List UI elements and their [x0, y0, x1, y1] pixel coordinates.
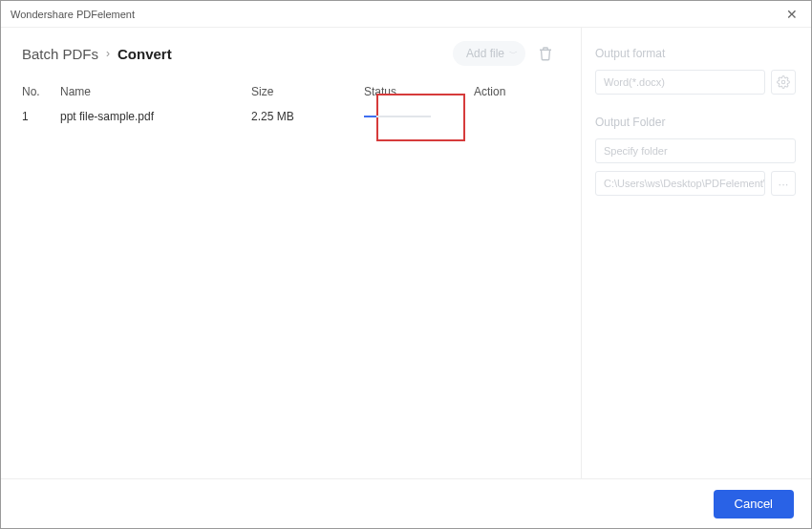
- cell-no: 1: [22, 110, 60, 123]
- cell-size: 2.25 MB: [251, 110, 364, 123]
- output-folder-select[interactable]: Specify folder: [595, 138, 796, 163]
- col-header-status: Status: [364, 85, 474, 98]
- output-folder-placeholder: Specify folder: [604, 145, 668, 157]
- cell-action: [474, 110, 531, 123]
- footer: Cancel: [1, 478, 811, 528]
- trash-icon[interactable]: [537, 45, 554, 62]
- add-file-button[interactable]: Add file ﹀: [453, 41, 525, 66]
- cell-status: [364, 110, 474, 123]
- window-title: Wondershare PDFelement: [11, 9, 135, 20]
- add-file-label: Add file: [466, 47, 504, 60]
- cancel-label: Cancel: [735, 497, 773, 511]
- table-row: 1 ppt file-sample.pdf 2.25 MB: [22, 104, 571, 129]
- output-format-select[interactable]: Word(*.docx): [595, 70, 765, 95]
- breadcrumb-root[interactable]: Batch PDFs: [22, 46, 98, 62]
- output-format-value: Word(*.docx): [604, 76, 665, 88]
- output-folder-label: Output Folder: [595, 116, 796, 129]
- svg-point-0: [781, 80, 785, 84]
- output-format-label: Output format: [595, 47, 796, 60]
- progress-bar: [364, 116, 431, 117]
- titlebar: Wondershare PDFelement ✕: [1, 1, 811, 28]
- cancel-button[interactable]: Cancel: [714, 490, 794, 518]
- table-header: No. Name Size Status Action: [22, 85, 571, 104]
- right-panel: Output format Word(*.docx) Output Folder…: [582, 28, 811, 478]
- col-header-no: No.: [22, 85, 60, 98]
- chevron-right-icon: ›: [106, 47, 110, 60]
- col-header-action: Action: [474, 85, 531, 98]
- cell-name: ppt file-sample.pdf: [60, 110, 251, 123]
- settings-icon[interactable]: [771, 70, 796, 95]
- col-header-size: Size: [251, 85, 364, 98]
- breadcrumb-current: Convert: [118, 46, 172, 62]
- more-icon[interactable]: ···: [771, 171, 796, 196]
- progress-fill: [364, 116, 376, 117]
- output-folder-path-text: C:\Users\ws\Desktop\PDFelement\Con: [604, 178, 765, 189]
- chevron-down-icon: ﹀: [509, 48, 518, 60]
- col-header-name: Name: [60, 85, 251, 98]
- breadcrumb: Batch PDFs › Convert: [22, 46, 172, 62]
- output-folder-path[interactable]: C:\Users\ws\Desktop\PDFelement\Con: [595, 171, 765, 196]
- close-icon[interactable]: ✕: [782, 5, 801, 24]
